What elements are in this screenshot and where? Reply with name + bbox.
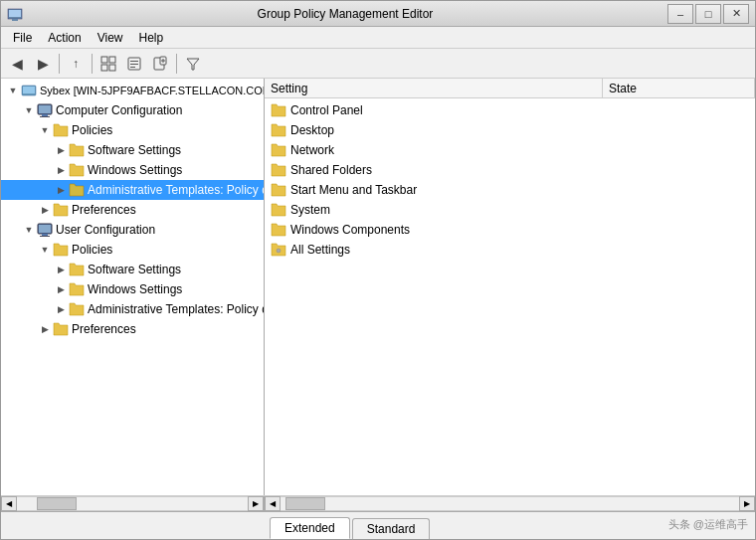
tree-item-policies-uc[interactable]: ▼ Policies [1, 240, 264, 260]
expand-admin-uc[interactable]: ▶ [53, 301, 69, 317]
list-item[interactable]: Network [265, 140, 755, 160]
forward-button[interactable]: ▶ [31, 52, 55, 76]
svg-rect-23 [39, 225, 51, 233]
list-item[interactable]: All Settings [265, 240, 755, 260]
folder-icon-shared [271, 162, 286, 178]
computer-config-icon [37, 102, 53, 118]
folder-icon-allsettings [271, 242, 286, 258]
expand-root[interactable]: ▼ [5, 83, 21, 98]
right-list: Control Panel Desktop Network [265, 98, 755, 495]
right-scroll-track[interactable] [281, 496, 739, 511]
tree-item-root[interactable]: ▼ Sybex [WIN-5JPF9AFBACF.STELLACON.COM] [1, 81, 264, 100]
list-item-label: Windows Components [290, 223, 410, 237]
svg-rect-2 [12, 19, 18, 21]
software-cc-label: Software Settings [88, 143, 181, 157]
list-item-label: Desktop [290, 123, 334, 137]
list-item[interactable]: Shared Folders [265, 160, 755, 180]
right-pane: Setting State Control Panel Desktop [265, 79, 755, 495]
title-bar: Group Policy Management Editor – □ ✕ [1, 1, 755, 27]
list-item-label: System [290, 203, 330, 217]
expand-software-cc[interactable]: ▶ [53, 142, 69, 158]
expand-software-uc[interactable]: ▶ [53, 262, 69, 277]
scroll-right-btn-right[interactable]: ▶ [739, 496, 755, 511]
app-icon [7, 6, 23, 22]
right-scroll-thumb[interactable] [285, 497, 325, 510]
expand-pref-cc[interactable]: ▶ [37, 202, 53, 218]
tab-extended[interactable]: Extended [270, 517, 350, 539]
expand-policies-uc[interactable]: ▼ [37, 242, 53, 258]
menu-view[interactable]: View [90, 29, 131, 47]
up-button[interactable]: ↑ [64, 52, 88, 76]
expand-windows-cc[interactable]: ▶ [53, 162, 69, 178]
admin-cc-icon [69, 182, 85, 198]
menu-help[interactable]: Help [131, 29, 172, 47]
expand-uc[interactable]: ▼ [21, 222, 37, 238]
tree-item-windows-uc[interactable]: ▶ Windows Settings [1, 279, 264, 299]
user-config-icon [37, 222, 53, 238]
windows-cc-icon [69, 162, 85, 178]
expand-cc[interactable]: ▼ [21, 102, 37, 118]
tree-item-windows-cc[interactable]: ▶ Windows Settings [1, 160, 264, 180]
scroll-left-btn[interactable]: ◀ [1, 496, 17, 511]
tree-item-policies-cc[interactable]: ▼ Policies [1, 120, 264, 140]
minimize-button[interactable]: – [667, 4, 693, 24]
tree-item-admin-cc[interactable]: ▶ Administrative Templates: Policy d [1, 180, 264, 200]
svg-marker-15 [187, 59, 199, 70]
menu-file[interactable]: File [5, 29, 40, 47]
cc-label: Computer Configuration [56, 103, 182, 117]
scroll-left-btn-right[interactable]: ◀ [265, 496, 281, 511]
tree-pane[interactable]: ▼ Sybex [WIN-5JPF9AFBACF.STELLACON.COM] … [1, 79, 265, 495]
svg-rect-1 [9, 10, 21, 17]
root-label: Sybex [WIN-5JPF9AFBACF.STELLACON.COM] [40, 85, 265, 96]
tree-item-user-config[interactable]: ▼ User Configuration [1, 220, 264, 240]
properties-button[interactable] [122, 52, 146, 76]
filter-button[interactable] [181, 52, 205, 76]
left-scroll-track[interactable] [17, 496, 248, 511]
export-button[interactable] [148, 52, 172, 76]
window-title: Group Policy Management Editor [23, 7, 667, 21]
menu-action[interactable]: Action [40, 29, 89, 47]
tree-item-software-cc[interactable]: ▶ Software Settings [1, 140, 264, 160]
tab-standard[interactable]: Standard [352, 518, 431, 539]
tree-item-preferences-uc[interactable]: ▶ Preferences [1, 319, 264, 339]
list-item[interactable]: Start Menu and Taskbar [265, 180, 755, 200]
tree-item-software-uc[interactable]: ▶ Software Settings [1, 260, 264, 279]
policies-cc-label: Policies [72, 123, 112, 137]
list-item[interactable]: Control Panel [265, 100, 755, 120]
scroll-right-btn-left[interactable]: ▶ [248, 496, 264, 511]
svg-rect-3 [101, 57, 107, 63]
software-cc-icon [69, 142, 85, 158]
expand-pref-uc[interactable]: ▶ [37, 321, 53, 337]
toolbar-separator-2 [92, 54, 93, 74]
list-item[interactable]: System [265, 200, 755, 220]
svg-rect-21 [40, 116, 50, 117]
show-button[interactable] [96, 52, 120, 76]
expand-windows-uc[interactable]: ▶ [53, 281, 69, 297]
tree-item-computer-config[interactable]: ▼ Computer Configuration [1, 100, 264, 120]
svg-rect-24 [42, 234, 48, 236]
tree-item-admin-uc[interactable]: ▶ Administrative Templates: Policy d [1, 299, 264, 319]
list-item[interactable]: Desktop [265, 120, 755, 140]
uc-label: User Configuration [56, 223, 155, 237]
root-icon [21, 83, 37, 98]
folder-icon-network [271, 142, 286, 158]
left-scroll-thumb[interactable] [37, 497, 77, 510]
back-button[interactable]: ◀ [5, 52, 29, 76]
svg-rect-6 [109, 65, 115, 71]
right-scrollbar: ◀ ▶ [265, 496, 755, 511]
expand-admin-cc[interactable]: ▶ [53, 182, 69, 198]
toolbar-separator-1 [59, 54, 60, 74]
tree-item-preferences-cc[interactable]: ▶ Preferences [1, 200, 264, 220]
list-item-label: Network [290, 143, 334, 157]
watermark: 头条 @运维高手 [668, 517, 748, 532]
close-button[interactable]: ✕ [723, 4, 749, 24]
column-headers: Setting State [265, 79, 755, 98]
policies-uc-label: Policies [72, 243, 112, 257]
window-controls: – □ ✕ [667, 4, 749, 24]
svg-rect-10 [130, 67, 135, 68]
svg-rect-17 [23, 87, 35, 93]
svg-rect-19 [39, 105, 51, 113]
maximize-button[interactable]: □ [695, 4, 721, 24]
list-item[interactable]: Windows Components [265, 220, 755, 240]
expand-policies-cc[interactable]: ▼ [37, 122, 53, 138]
